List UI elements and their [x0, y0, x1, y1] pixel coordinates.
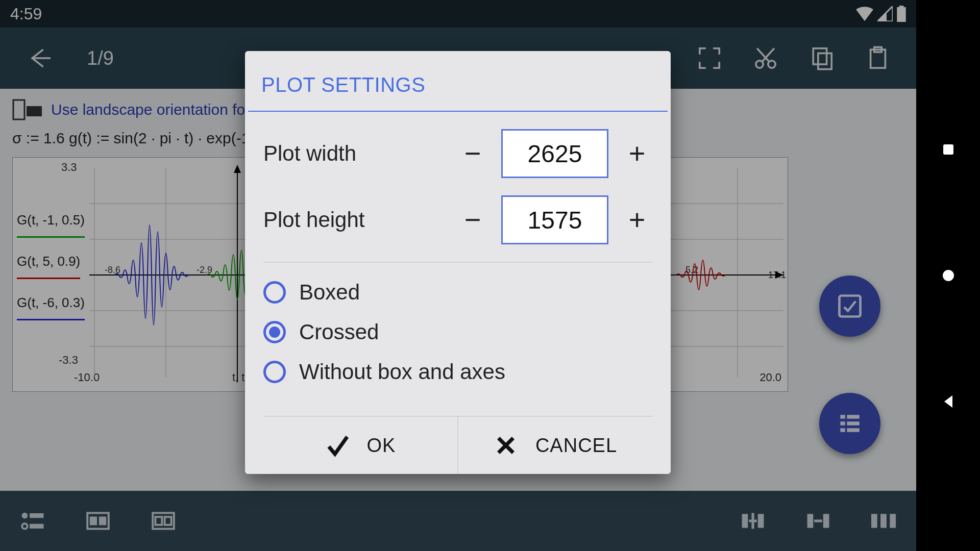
plot-width-input[interactable]: [501, 129, 608, 178]
nav-home-icon[interactable]: [940, 267, 957, 284]
plot-height-input[interactable]: [501, 195, 608, 244]
radio-label: Boxed: [299, 280, 360, 305]
android-nav-bar: [916, 0, 980, 551]
decrement-height-button[interactable]: −: [457, 206, 488, 234]
radio-label: Crossed: [299, 320, 379, 344]
radio-crossed[interactable]: Crossed: [263, 320, 652, 344]
svg-rect-52: [943, 144, 953, 155]
nav-back-icon[interactable]: [940, 393, 957, 410]
plot-settings-dialog: PLOT SETTINGS Plot width − + Plot height…: [245, 51, 671, 474]
ok-button[interactable]: OK: [263, 417, 457, 474]
increment-height-button[interactable]: +: [622, 206, 652, 234]
radio-label: Without box and axes: [299, 360, 505, 384]
nav-recent-icon[interactable]: [940, 141, 957, 158]
plot-width-label: Plot width: [263, 141, 457, 166]
radio-no-axes[interactable]: Without box and axes: [263, 360, 652, 384]
cancel-button[interactable]: CANCEL: [457, 417, 652, 474]
cancel-label: CANCEL: [535, 435, 617, 457]
radio-boxed[interactable]: Boxed: [263, 280, 652, 305]
svg-point-53: [943, 270, 954, 281]
dialog-title: PLOT SETTINGS: [245, 51, 671, 111]
decrement-width-button[interactable]: −: [457, 139, 488, 168]
plot-height-label: Plot height: [263, 208, 457, 232]
increment-width-button[interactable]: +: [622, 139, 652, 168]
ok-label: OK: [367, 435, 396, 457]
